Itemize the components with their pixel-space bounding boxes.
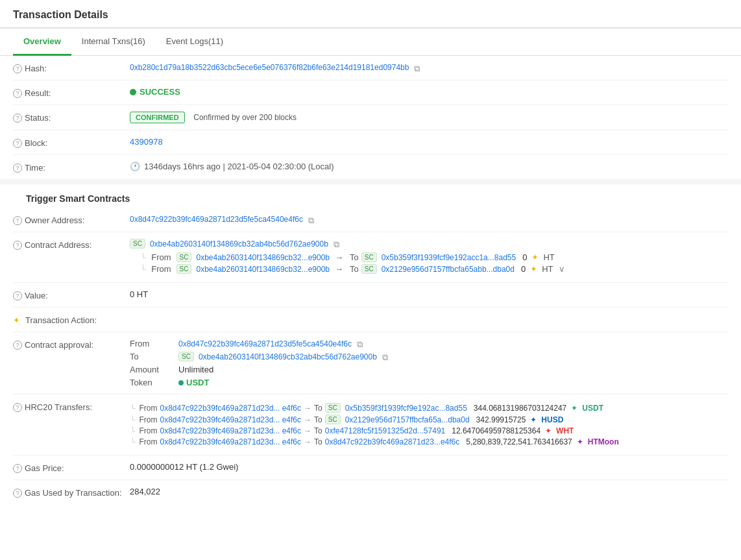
sc-badge-approval-to: SC (178, 352, 194, 361)
gas-price-row: ? Gas Price: 0.0000000012 HT (1.2 Gwei) (13, 456, 728, 480)
block-help-icon[interactable]: ? (13, 139, 22, 148)
transfer-row-2: └ From SC 0xbe4ab2603140f134869cb32...e9… (130, 264, 728, 274)
owner-address-label: ? Owner Address: (13, 214, 130, 225)
approval-from-copy[interactable]: ⧉ (357, 339, 366, 348)
hash-help-icon[interactable]: ? (13, 64, 22, 73)
contract-copy-icon[interactable]: ⧉ (334, 239, 343, 249)
owner-copy-icon[interactable]: ⧉ (308, 215, 317, 225)
contract-address-label: ? Contract Address: (13, 239, 130, 250)
clock-icon: 🕐 (130, 162, 140, 171)
hrc20-transfers-row: ? HRC20 Transfers: └ From 0x8d47c922b39f… (13, 395, 728, 456)
section-divider-1 (0, 179, 741, 184)
tab-internal-txns[interactable]: Internal Txns(16) (71, 29, 156, 56)
hrc20-item-3: └ From 0x8d47c922b39fc469a2871d23d... e4… (130, 426, 728, 435)
value-row: ? Value: 0 HT (13, 283, 728, 308)
time-label: ? Time: (13, 162, 130, 173)
result-value: SUCCESS (130, 87, 728, 97)
expand-icon[interactable]: ∨ (559, 264, 565, 274)
approval-token-value: USDT (178, 378, 728, 387)
contract-approval-row: ? Contract approval: From 0x8d47c922b39f… (13, 332, 728, 395)
block-link[interactable]: 4390978 (130, 137, 163, 147)
approval-to-label: To (130, 352, 175, 361)
approval-from-label: From (130, 339, 175, 348)
block-label: ? Block: (13, 137, 130, 148)
hrc20-transfers-label: ? HRC20 Transfers: (13, 401, 130, 412)
owner-help-icon[interactable]: ? (13, 216, 22, 225)
block-row: ? Block: 4390978 (13, 130, 728, 155)
hrc20-transfers-value: └ From 0x8d47c922b39fc469a2871d23d... e4… (130, 401, 728, 448)
tabs-bar: Overview Internal Txns(16) Event Logs(11… (0, 29, 741, 56)
smart-contract-section: Trigger Smart Contracts ? Owner Address:… (0, 184, 741, 504)
success-badge: SUCCESS (130, 87, 180, 97)
owner-address-value: 0x8d47c922b39fc469a2871d23d5fe5ca4540e4f… (130, 214, 728, 225)
status-row: ? Status: CONFIRMED Confirmed by over 20… (13, 105, 728, 130)
time-help-icon[interactable]: ? (13, 164, 22, 173)
approval-from-addr[interactable]: 0x8d47c922b39fc469a2871d23d5fe5ca4540e4f… (178, 339, 352, 348)
sc-badge-contract: SC (130, 239, 145, 249)
approval-to-addr[interactable]: 0xbe4ab2603140f134869cb32ab4bc56d762ae90… (199, 352, 377, 361)
contract-address-row: ? Contract Address: SC 0xbe4ab2603140f13… (13, 232, 728, 283)
transaction-action-row: ✦ Transaction Action: (13, 308, 728, 332)
status-label: ? Status: (13, 112, 130, 123)
contract-address-value: SC 0xbe4ab2603140f134869cb32ab4bc56d762a… (130, 239, 728, 276)
status-help-icon[interactable]: ? (13, 114, 22, 123)
transaction-action-label: ✦ Transaction Action: (13, 314, 130, 325)
hash-label: ? Hash: (13, 62, 130, 73)
gas-price-help-icon[interactable]: ? (13, 464, 22, 473)
time-value: 🕐 1346days 16hrs ago | 2021-05-04 02:30:… (130, 162, 728, 171)
value-amount: 0 HT (130, 289, 728, 299)
approval-help-icon[interactable]: ? (13, 341, 22, 350)
sc-badge-to-1: SC (361, 252, 377, 262)
gas-used-row: ? Gas Used by Transaction: 284,022 (13, 480, 728, 504)
page-title: Transaction Details (0, 0, 741, 29)
result-label: ? Result: (13, 87, 130, 98)
hash-copy-icon[interactable]: ⧉ (414, 64, 423, 73)
gas-price-value: 0.0000000012 HT (1.2 Gwei) (130, 462, 728, 472)
tab-overview[interactable]: Overview (13, 29, 71, 56)
time-row: ? Time: 🕐 1346days 16hrs ago | 2021-05-0… (13, 155, 728, 179)
value-label: ? Value: (13, 289, 130, 300)
approval-amount-value: Unlimited (178, 365, 728, 374)
usdt-dot (178, 380, 184, 385)
contract-approval-value: From 0x8d47c922b39fc469a2871d23d5fe5ca45… (130, 339, 728, 387)
gas-used-label: ? Gas Used by Transaction: (13, 487, 130, 498)
gas-used-value: 284,022 (130, 487, 728, 496)
contract-help-icon[interactable]: ? (13, 241, 22, 250)
status-value: CONFIRMED Confirmed by over 200 blocks (130, 112, 728, 123)
result-row: ? Result: SUCCESS (13, 80, 728, 105)
transfer-row-1: └ From SC 0xbe4ab2603140f134869cb32...e9… (130, 252, 728, 262)
hash-row: ? Hash: 0xb280c1d79a18b3522d63cbc5ece6e5… (13, 56, 728, 80)
gas-used-help-icon[interactable]: ? (13, 489, 22, 498)
sc-badge-from-1: SC (176, 252, 192, 262)
hrc20-item-4: └ From 0x8d47c922b39fc469a2871d23d... e4… (130, 437, 728, 446)
approval-to-copy[interactable]: ⧉ (382, 352, 391, 361)
overview-section: ? Hash: 0xb280c1d79a18b3522d63cbc5ece6e5… (0, 56, 741, 179)
confirmed-description: Confirmed by over 200 blocks (193, 113, 297, 122)
success-dot (130, 89, 136, 95)
smart-contract-title: Trigger Smart Contracts (13, 184, 728, 208)
hash-value: 0xb280c1d79a18b3522d63cbc5ece6e5e076376f… (130, 62, 728, 73)
sc-badge-from-2: SC (176, 264, 192, 274)
result-help-icon[interactable]: ? (13, 89, 22, 98)
tab-event-logs[interactable]: Event Logs(11) (156, 29, 234, 56)
approval-amount-label: Amount (130, 365, 175, 374)
hrc20-help-icon[interactable]: ? (13, 403, 22, 412)
hrc20-item-2: └ From 0x8d47c922b39fc469a2871d23d... e4… (130, 415, 728, 424)
approval-token-label: Token (130, 378, 175, 387)
value-help-icon[interactable]: ? (13, 291, 22, 300)
gas-price-label: ? Gas Price: (13, 462, 130, 473)
contract-approval-label: ? Contract approval: (13, 339, 130, 350)
confirmed-badge: CONFIRMED (130, 112, 185, 123)
owner-address-row: ? Owner Address: 0x8d47c922b39fc469a2871… (13, 208, 728, 232)
hrc20-item-1: └ From 0x8d47c922b39fc469a2871d23d... e4… (130, 403, 728, 413)
sc-badge-to-2: SC (361, 264, 377, 274)
block-value: 4390978 (130, 137, 728, 147)
